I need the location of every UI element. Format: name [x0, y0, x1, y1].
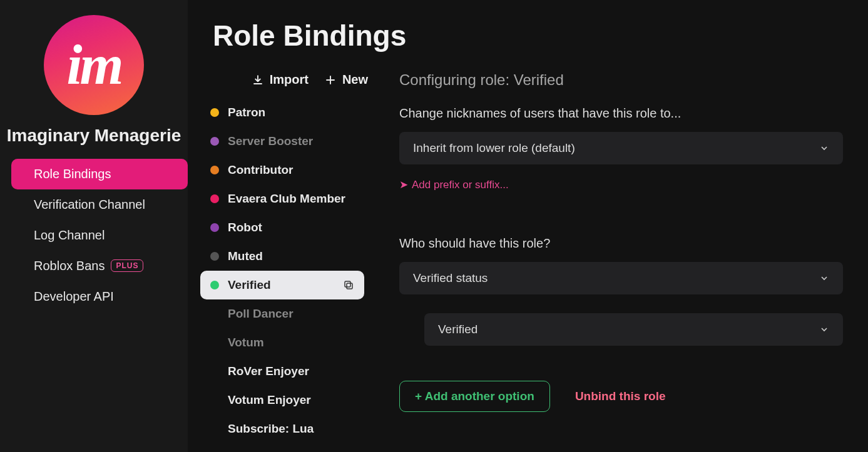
chevron-down-icon — [819, 273, 829, 283]
role-color-dot — [210, 137, 219, 146]
role-item-rover-enjoyer[interactable]: RoVer Enjoyer — [200, 357, 364, 386]
sidebar-item-label: Developer API — [34, 289, 114, 304]
role-label: Patron — [228, 106, 265, 119]
role-item-server-booster[interactable]: Server Booster — [200, 127, 364, 156]
sidebar-item-log-channel[interactable]: Log Channel — [11, 220, 188, 251]
roles-toolbar: Import New — [188, 64, 374, 98]
svg-rect-0 — [347, 283, 352, 289]
chevron-down-icon — [819, 143, 829, 153]
roles-column: Import New Patron Server Booster — [188, 64, 374, 452]
sidebar-item-role-bindings[interactable]: Role Bindings — [11, 159, 188, 189]
sidebar-item-label: Roblox Bans — [34, 259, 105, 273]
sidebar-item-label: Log Channel — [34, 228, 105, 243]
role-color-dot — [210, 281, 219, 289]
role-label: Evaera Club Member — [228, 192, 345, 206]
add-prefix-label: Add prefix or suffix... — [412, 179, 509, 191]
content-row: Import New Patron Server Booster — [188, 64, 868, 452]
new-button[interactable]: New — [325, 73, 368, 87]
add-option-button[interactable]: + Add another option — [399, 381, 550, 412]
role-label: Verified — [228, 278, 271, 292]
copy-icon[interactable] — [343, 279, 354, 291]
sidebar: im Imaginary Menagerie Role Bindings Ver… — [0, 0, 188, 452]
server-logo-text: im — [66, 43, 121, 88]
role-item-patron[interactable]: Patron — [200, 98, 364, 127]
sidebar-item-verification-channel[interactable]: Verification Channel — [11, 189, 188, 220]
plus-icon — [325, 74, 336, 86]
role-label: Muted — [228, 249, 263, 263]
import-icon — [252, 74, 263, 86]
role-color-dot — [210, 108, 219, 117]
config-heading-role: Verified — [514, 71, 564, 88]
import-button[interactable]: Import — [252, 73, 309, 87]
config-heading: Configuring role: Verified — [399, 71, 843, 89]
role-item-evaera-club[interactable]: Evaera Club Member — [200, 184, 364, 213]
chevron-down-icon — [819, 324, 829, 334]
triangle-right-icon: ➤ — [399, 178, 408, 191]
role-item-contributor[interactable]: Contributor — [200, 156, 364, 184]
sidebar-item-label: Role Bindings — [34, 167, 111, 181]
page-title: Role Bindings — [213, 19, 868, 53]
role-item-votum-enjoyer[interactable]: Votum Enjoyer — [200, 386, 364, 414]
role-label: Poll Dancer — [228, 307, 294, 321]
role-label: Votum Enjoyer — [228, 393, 311, 407]
role-label: Votum — [228, 336, 264, 349]
role-label: Subscribe: Lua — [228, 422, 314, 436]
criteria-value: Verified — [438, 323, 477, 336]
role-color-dot — [210, 194, 219, 203]
server-logo: im — [44, 15, 144, 115]
svg-rect-1 — [345, 281, 350, 287]
add-option-label: + Add another option — [415, 389, 534, 403]
add-prefix-suffix-link[interactable]: ➤ Add prefix or suffix... — [399, 178, 843, 191]
role-label: Server Booster — [228, 134, 313, 148]
new-label: New — [342, 73, 368, 87]
unbind-role-button[interactable]: Unbind this role — [575, 389, 666, 403]
sidebar-item-label: Verification Channel — [34, 198, 145, 212]
role-color-dot — [210, 166, 219, 174]
plus-badge: PLUS — [111, 259, 143, 272]
role-label: RoVer Enjoyer — [228, 364, 309, 378]
unbind-role-label: Unbind this role — [575, 389, 666, 403]
sidebar-nav: Role Bindings Verification Channel Log C… — [0, 159, 188, 312]
role-color-dot — [210, 252, 219, 261]
sidebar-item-developer-api[interactable]: Developer API — [11, 281, 188, 312]
import-label: Import — [270, 73, 309, 87]
config-heading-prefix: Configuring role: — [399, 71, 514, 88]
role-item-poll-dancer[interactable]: Poll Dancer — [200, 299, 364, 328]
roles-list[interactable]: Patron Server Booster Contributor Evaera… — [188, 98, 374, 448]
role-item-verified[interactable]: Verified — [200, 271, 364, 299]
role-label: Contributor — [228, 163, 293, 177]
role-item-votum[interactable]: Votum — [200, 328, 364, 357]
nickname-select[interactable]: Inherit from lower role (default) — [399, 132, 843, 164]
sidebar-item-roblox-bans[interactable]: Roblox Bans PLUS — [11, 251, 188, 281]
criteria-type-select[interactable]: Verified status — [399, 262, 843, 294]
role-item-subscribe-lua[interactable]: Subscribe: Lua — [200, 414, 364, 443]
role-item-robot[interactable]: Robot — [200, 213, 364, 242]
role-item-muted[interactable]: Muted — [200, 242, 364, 271]
nickname-field-label: Change nicknames of users that have this… — [399, 106, 843, 121]
main-content: Role Bindings Import New Patron — [188, 0, 868, 452]
role-label: Robot — [228, 221, 262, 234]
config-panel: Configuring role: Verified Change nickna… — [374, 64, 868, 452]
config-actions: + Add another option Unbind this role — [399, 381, 843, 412]
criteria-type-value: Verified status — [413, 271, 488, 285]
criteria-value-select[interactable]: Verified — [424, 313, 843, 346]
server-name: Imaginary Menagerie — [7, 124, 181, 148]
role-color-dot — [210, 223, 219, 232]
who-field-label: Who should have this role? — [399, 236, 843, 251]
nickname-select-value: Inherit from lower role (default) — [413, 141, 575, 155]
